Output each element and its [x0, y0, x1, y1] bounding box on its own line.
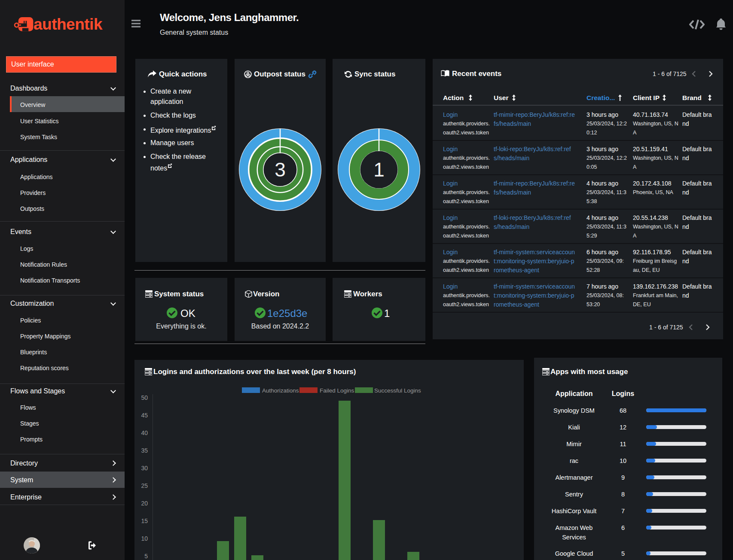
svg-text:3: 3 — [275, 158, 286, 181]
svg-text:authentik: authentik — [34, 15, 103, 33]
svg-text:1: 1 — [373, 158, 385, 181]
